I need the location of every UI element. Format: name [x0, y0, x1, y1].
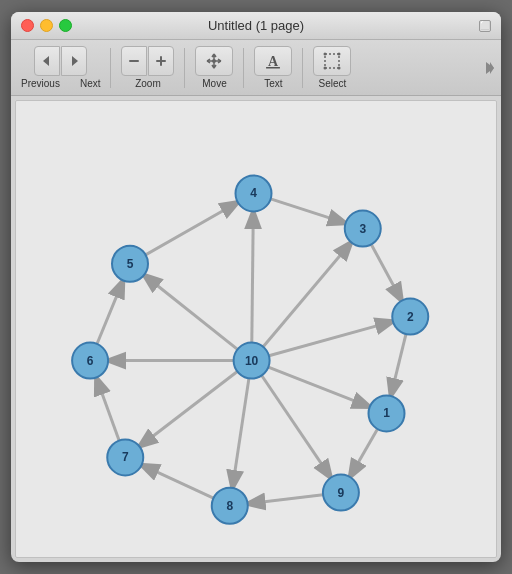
- separator-3: [243, 48, 244, 88]
- svg-rect-4: [160, 56, 162, 66]
- svg-marker-14: [490, 62, 494, 74]
- zoom-pair: [121, 46, 174, 76]
- toolbar-select-group: Select: [307, 42, 357, 93]
- svg-line-17: [371, 244, 401, 300]
- move-button[interactable]: [195, 46, 233, 76]
- next-icon: [66, 53, 82, 69]
- toolbar-text-group: A Text: [248, 42, 298, 93]
- window-title: Untitled (1 page): [208, 18, 304, 33]
- toolbar-move-group: Move: [189, 42, 239, 93]
- svg-line-20: [248, 495, 323, 504]
- svg-line-16: [271, 199, 346, 223]
- svg-text:10: 10: [245, 354, 259, 368]
- zoom-in-icon: [153, 53, 169, 69]
- main-window: Untitled (1 page) ⬜: [11, 12, 501, 562]
- canvas-area[interactable]: 12345678910: [15, 100, 497, 558]
- svg-rect-7: [266, 67, 280, 69]
- svg-text:5: 5: [127, 257, 134, 271]
- svg-point-12: [338, 67, 341, 70]
- svg-point-5: [212, 59, 216, 63]
- svg-line-33: [144, 275, 237, 349]
- close-button[interactable]: [21, 19, 34, 32]
- svg-line-26: [263, 242, 351, 346]
- text-button[interactable]: A: [254, 46, 292, 76]
- title-bar: Untitled (1 page) ⬜: [11, 12, 501, 40]
- resize-icon: ⬜: [480, 21, 490, 30]
- previous-button[interactable]: [34, 46, 60, 76]
- node-7[interactable]: 7: [107, 439, 143, 475]
- svg-point-11: [324, 67, 327, 70]
- svg-text:6: 6: [87, 354, 94, 368]
- traffic-lights: [21, 19, 72, 32]
- previous-label: Previous: [21, 78, 60, 89]
- next-button[interactable]: [61, 46, 87, 76]
- svg-text:A: A: [268, 54, 279, 69]
- zoom-out-button[interactable]: [121, 46, 147, 76]
- svg-line-30: [232, 378, 248, 488]
- svg-marker-0: [43, 56, 49, 66]
- maximize-button[interactable]: [59, 19, 72, 32]
- svg-text:9: 9: [338, 486, 345, 500]
- toolbar: Previous Next Zoom: [11, 40, 501, 96]
- move-label: Move: [202, 78, 226, 89]
- chevron-right-icon: [484, 58, 496, 78]
- svg-line-24: [146, 202, 238, 255]
- text-icon: A: [263, 51, 283, 71]
- node-4[interactable]: 4: [236, 175, 272, 211]
- minimize-button[interactable]: [40, 19, 53, 32]
- svg-text:4: 4: [250, 186, 257, 200]
- svg-line-19: [350, 429, 378, 477]
- select-icon: [322, 51, 342, 71]
- svg-line-25: [252, 211, 253, 342]
- node-10[interactable]: 10: [234, 343, 270, 379]
- svg-line-22: [96, 378, 119, 441]
- separator-4: [302, 48, 303, 88]
- separator-2: [184, 48, 185, 88]
- svg-line-21: [142, 465, 214, 498]
- toolbar-nav-group: Previous Next: [15, 42, 106, 93]
- svg-rect-2: [129, 60, 139, 62]
- node-2[interactable]: 2: [392, 299, 428, 335]
- toolbar-zoom-group: Zoom: [115, 42, 180, 93]
- select-button[interactable]: [313, 46, 351, 76]
- svg-line-23: [97, 280, 123, 344]
- select-label: Select: [319, 78, 347, 89]
- move-icon: [204, 51, 224, 71]
- separator-1: [110, 48, 111, 88]
- zoom-out-icon: [126, 53, 142, 69]
- node-6[interactable]: 6: [72, 343, 108, 379]
- svg-line-31: [140, 372, 238, 447]
- next-label: Next: [80, 78, 101, 89]
- node-8[interactable]: 8: [212, 488, 248, 524]
- svg-line-27: [269, 321, 393, 355]
- svg-rect-8: [325, 54, 339, 68]
- node-1[interactable]: 1: [369, 395, 405, 431]
- svg-line-28: [268, 367, 369, 407]
- svg-marker-1: [72, 56, 78, 66]
- graph-canvas: 12345678910: [16, 101, 496, 557]
- text-label: Text: [264, 78, 282, 89]
- zoom-in-button[interactable]: [148, 46, 174, 76]
- zoom-label: Zoom: [135, 78, 161, 89]
- svg-line-18: [391, 334, 406, 396]
- svg-text:7: 7: [122, 450, 129, 464]
- svg-text:2: 2: [407, 310, 414, 324]
- svg-line-29: [262, 376, 331, 478]
- toolbar-overflow-button[interactable]: [483, 48, 497, 88]
- node-3[interactable]: 3: [345, 211, 381, 247]
- svg-text:1: 1: [383, 406, 390, 420]
- node-5[interactable]: 5: [112, 246, 148, 282]
- node-9[interactable]: 9: [323, 475, 359, 511]
- prev-next-pair: [34, 46, 87, 76]
- svg-point-9: [324, 53, 327, 56]
- svg-point-10: [338, 53, 341, 56]
- svg-text:8: 8: [226, 499, 233, 513]
- prev-icon: [39, 53, 55, 69]
- title-bar-right: ⬜: [479, 20, 491, 32]
- svg-text:3: 3: [359, 222, 366, 236]
